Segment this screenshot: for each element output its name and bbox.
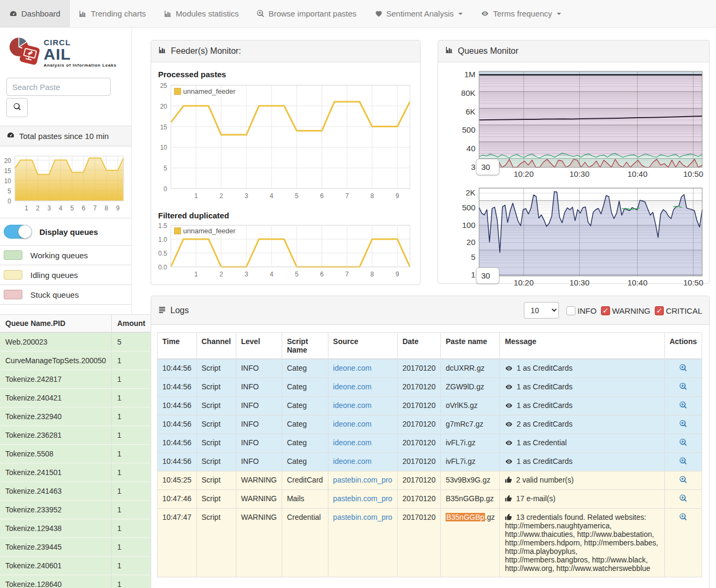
queue-name-cell: Tokenize.240601 — [0, 557, 112, 575]
log-date-cell: 20170120 — [397, 453, 440, 471]
svg-text:7: 7 — [93, 205, 97, 212]
queues-monitor-panel: Queues Monitor 10:2010:3010:4010:5034050… — [438, 40, 710, 284]
source-link[interactable]: ideone.com — [333, 420, 372, 428]
source-link[interactable]: pastebin.com_pro — [333, 513, 392, 521]
svg-text:4: 4 — [270, 192, 274, 200]
show-paste-button[interactable] — [679, 365, 687, 373]
svg-text:10:20: 10:20 — [514, 169, 534, 178]
log-row: 10:47:46ScriptWARNINGMailspastebin.com_p… — [158, 490, 702, 509]
bar-chart-icon — [445, 46, 454, 56]
show-paste-button[interactable] — [679, 458, 687, 467]
show-paste-button[interactable] — [679, 383, 687, 392]
filter-info-checkbox[interactable] — [566, 306, 575, 315]
svg-text:20: 20 — [4, 157, 12, 165]
log-script-cell: Credential — [282, 509, 328, 577]
interval-input[interactable] — [476, 159, 499, 175]
queue-name-cell: Tokenize.232940 — [0, 407, 112, 426]
svg-text:25: 25 — [160, 82, 168, 89]
page-size-select[interactable]: 10 — [524, 302, 559, 318]
source-link[interactable]: pastebin.com_pro — [333, 476, 392, 484]
log-level-cell: INFO — [236, 359, 282, 378]
total-pastes-title: Total pastes since 10 min — [19, 132, 109, 141]
show-paste-button[interactable] — [679, 514, 687, 522]
svg-text:1: 1 — [194, 271, 198, 278]
col-paste: Paste name — [441, 333, 500, 360]
source-link[interactable]: ideone.com — [333, 382, 372, 391]
feeder-monitor-panel: Feeder(s) Monitor: Processed pastes 1234… — [151, 40, 421, 285]
log-level-cell: WARNING — [236, 509, 282, 577]
log-row: 10:44:56ScriptINFOCategideone.com2017012… — [158, 453, 702, 471]
dashboard-icon — [9, 10, 18, 18]
queue-table-body: Web.2000235CurveManageTopSets.2000501Tok… — [0, 332, 151, 588]
nav-link-terms-frequency[interactable]: Terms frequency — [472, 0, 570, 27]
working-queues-label: Working queues — [30, 251, 88, 260]
log-actions-cell — [664, 509, 702, 577]
interval-input[interactable] — [476, 267, 499, 284]
source-link[interactable]: ideone.com — [333, 364, 372, 372]
nav-link-sentiment-analysis[interactable]: Sentiment Analysis — [366, 0, 472, 27]
log-source-cell: ideone.com — [328, 434, 397, 453]
show-paste-button[interactable] — [679, 421, 687, 429]
svg-text:2: 2 — [219, 192, 223, 200]
source-link[interactable]: pastebin.com_pro — [333, 494, 392, 503]
log-time-cell: 10:44:56 — [158, 415, 197, 434]
nav-link-trending-charts[interactable]: Trending charts — [70, 0, 155, 27]
source-link[interactable]: ideone.com — [333, 438, 372, 447]
svg-text:5: 5 — [295, 271, 299, 278]
filter-warning-checkbox[interactable] — [601, 306, 610, 315]
col-channel: Channel — [196, 333, 236, 360]
queue-row: Tokenize.1294381 — [0, 519, 151, 538]
show-paste-button[interactable] — [679, 495, 687, 504]
log-time-cell: 10:47:46 — [158, 490, 197, 509]
log-actions-cell — [664, 490, 702, 509]
source-link[interactable]: ideone.com — [333, 401, 372, 410]
log-actions-cell — [664, 453, 702, 471]
log-message-cell: 13 credentials found. Related websites: … — [500, 509, 664, 577]
svg-text:6: 6 — [81, 205, 85, 212]
svg-text:8: 8 — [104, 205, 108, 212]
svg-text:3: 3 — [244, 271, 248, 278]
svg-text:7: 7 — [345, 192, 349, 200]
show-paste-button[interactable] — [679, 477, 687, 485]
stuck-queues-label: Stuck queues — [30, 290, 79, 299]
log-script-cell: Categ — [282, 415, 328, 434]
search-button[interactable] — [6, 98, 28, 117]
svg-text:4: 4 — [270, 271, 274, 278]
log-source-cell: pastebin.com_pro — [328, 490, 397, 509]
show-paste-button[interactable] — [679, 402, 687, 411]
log-row: 10:47:47ScriptWARNINGCredentialpastebin.… — [158, 509, 702, 577]
log-message-cell: 2 as CreditCards — [500, 415, 664, 434]
nav-link-dashboard[interactable]: Dashboard — [0, 0, 70, 27]
log-paste-cell: oVrlK5.gz — [441, 397, 500, 415]
log-paste-cell: ivFL7i.gz — [441, 434, 500, 453]
search-paste-input[interactable] — [6, 78, 111, 96]
display-queues-toggle[interactable] — [4, 225, 32, 239]
svg-text:40: 40 — [466, 144, 475, 153]
log-source-cell: ideone.com — [328, 397, 397, 415]
search-icon — [13, 103, 21, 112]
log-channel-cell: Script — [196, 453, 236, 471]
nav-link-modules-statistics[interactable]: Modules statistics — [155, 0, 248, 27]
svg-text:9: 9 — [396, 192, 399, 200]
svg-text:100: 100 — [462, 220, 475, 230]
log-channel-cell: Script — [196, 490, 236, 509]
eye-icon — [505, 457, 516, 466]
log-source-cell: ideone.com — [328, 359, 397, 378]
log-channel-cell: Script — [196, 509, 236, 577]
chart-legend: unnamed_feeder — [174, 87, 235, 95]
queue-name-cell: Tokenize.5508 — [0, 445, 112, 463]
nav-link-browse-important-pastes[interactable]: Browse important pastes — [248, 0, 365, 27]
queue-name-cell: Tokenize.236281 — [0, 426, 112, 445]
log-paste-cell: B35nGGBp.gz — [441, 490, 500, 509]
log-level-cell: INFO — [236, 434, 282, 453]
queue-name-cell: Tokenize.241463 — [0, 482, 112, 501]
caret-down-icon — [458, 13, 463, 15]
svg-text:10: 10 — [160, 144, 168, 151]
source-link[interactable]: ideone.com — [333, 457, 372, 466]
filter-critical-checkbox[interactable] — [655, 306, 664, 315]
show-paste-button[interactable] — [679, 439, 687, 448]
log-channel-cell: Script — [196, 397, 236, 415]
log-row: 10:44:56ScriptINFOCategideone.com2017012… — [158, 434, 702, 453]
nav-item-dashboard: Dashboard — [0, 0, 70, 27]
filter-critical-label: CRITICAL — [666, 306, 702, 315]
